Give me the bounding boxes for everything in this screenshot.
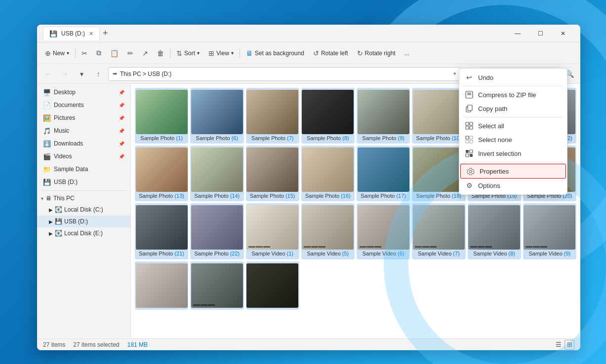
file-item-video-8[interactable]: Sample Video (8) <box>468 203 521 259</box>
file-item-photo-6[interactable]: Sample Photo (6) <box>190 88 243 144</box>
sort-btn[interactable]: ⇅ Sort ▾ <box>172 45 203 61</box>
sidebar-item-videos[interactable]: 🎬 Videos 📌 <box>37 150 130 163</box>
paste-btn[interactable]: 📋 <box>106 45 122 61</box>
file-item-photo-10[interactable]: Sample Photo (10) <box>412 88 465 144</box>
toolbar-sep-2 <box>170 48 170 58</box>
file-thumbnail <box>136 90 188 134</box>
cm-select-none[interactable]: Select none <box>459 133 567 146</box>
tab-close-btn[interactable]: ✕ <box>89 31 93 37</box>
file-item-photo-17[interactable]: Sample Photo (17) <box>357 146 410 201</box>
forward-btn[interactable]: → <box>58 67 72 81</box>
rotate-left-btn[interactable]: ↺ Rotate left <box>309 45 352 61</box>
pin-icon: 📌 <box>119 115 124 121</box>
rotate-right-btn[interactable]: ↻ Rotate right <box>353 45 400 61</box>
sidebar-thispc-section[interactable]: ▾ 🖥 This PC <box>37 193 130 204</box>
cm-options[interactable]: ⚙ Options <box>459 179 567 192</box>
sidebar-item-music[interactable]: 🎵 Music 📌 <box>37 124 130 137</box>
new-tab-btn[interactable]: + <box>100 28 111 38</box>
file-item-photo-1[interactable]: Sample Photo (1) <box>135 88 188 144</box>
file-item-bottom-1[interactable] <box>135 261 188 310</box>
file-thumbnail <box>246 263 298 308</box>
file-item-video-9[interactable]: Sample Video (9) <box>523 203 576 259</box>
sidebar-item-local-e[interactable]: ▶ 💽 Local Disk (E:) <box>37 227 130 239</box>
cut-icon: ✂ <box>81 49 87 57</box>
file-thumbnail <box>246 205 298 250</box>
undo-icon: ↩ <box>465 73 473 81</box>
sidebar-item-usb-d[interactable]: ▶ 💾 USB (D:) <box>37 216 130 227</box>
svg-rect-13 <box>466 150 469 153</box>
sidebar-item-sample-data[interactable]: 📁 Sample Data <box>37 163 130 176</box>
cm-properties[interactable]: Properties <box>460 164 566 179</box>
file-thumbnail <box>302 205 354 250</box>
delete-icon: 🗑 <box>157 49 164 57</box>
delete-btn[interactable]: 🗑 <box>153 45 168 61</box>
copy-btn[interactable]: ⧉ <box>92 45 105 61</box>
rename-icon: ✏ <box>127 49 133 57</box>
sidebar-item-local-c[interactable]: ▶ 💽 Local Disk (C:) <box>37 204 130 216</box>
file-item-photo-18[interactable]: Sample Photo (18) <box>412 146 465 201</box>
cm-compress-zip[interactable]: Compress to ZIP file <box>459 88 567 102</box>
file-thumbnail <box>413 147 465 192</box>
pictures-icon: 🖼️ <box>43 114 51 122</box>
set-bg-btn[interactable]: 🖥 Set as background <box>242 45 308 61</box>
cm-invert-selection[interactable]: Invert selection <box>459 146 567 160</box>
rename-btn[interactable]: ✏ <box>123 45 137 61</box>
list-view-btn[interactable]: ☰ <box>554 340 564 350</box>
sidebar-item-pictures[interactable]: 🖼️ Pictures 📌 <box>37 111 130 124</box>
cm-options-label: Options <box>478 182 500 189</box>
grid-view-btn[interactable]: ⊞ <box>565 340 574 350</box>
new-btn[interactable]: ⊕ New ▾ <box>41 45 73 61</box>
thispc-icon: 🖥 <box>45 195 51 202</box>
file-item-photo-9[interactable]: Sample Photo (9) <box>357 88 410 144</box>
sort-chevron-icon: ▾ <box>197 50 200 56</box>
share-btn[interactable]: ↗ <box>138 45 152 61</box>
file-item-photo-13[interactable]: Sample Photo (13) <box>135 146 188 201</box>
context-menu: ↩ Undo Compress to ZIP file Copy path Se… <box>459 68 567 195</box>
file-thumbnail <box>413 205 465 250</box>
file-item-photo-14[interactable]: Sample Photo (14) <box>190 146 243 201</box>
close-btn[interactable]: ✕ <box>552 26 574 41</box>
active-tab[interactable]: 💾 USB (D:) ✕ <box>43 27 100 40</box>
cm-undo[interactable]: ↩ Undo <box>459 71 567 84</box>
sidebar-item-documents[interactable]: 📄 Documents 📌 <box>37 99 130 111</box>
videos-icon: 🎬 <box>43 152 51 160</box>
file-item-video-7[interactable]: Sample Video (7) <box>412 203 465 259</box>
svg-rect-11 <box>466 140 469 143</box>
sidebar-item-downloads[interactable]: ⬇️ Downloads 📌 <box>37 137 130 150</box>
sidebar-item-desktop[interactable]: 🖥️ Desktop 📌 <box>37 86 130 99</box>
sidebar: 🖥️ Desktop 📌 📄 Documents 📌 🖼️ Pictures 📌… <box>37 84 131 338</box>
cm-select-all[interactable]: Select all <box>459 119 567 133</box>
file-item-bottom-3[interactable] <box>246 261 299 310</box>
file-item-bottom-2[interactable] <box>190 261 243 310</box>
more-btn[interactable]: ... <box>401 45 413 61</box>
minimize-btn[interactable]: — <box>506 26 529 41</box>
cm-sep-2 <box>463 117 563 117</box>
view-btn[interactable]: ⊞ View ▾ <box>204 45 238 61</box>
downloads-icon: ⬇️ <box>43 140 51 147</box>
svg-rect-12 <box>470 140 473 143</box>
select-all-icon <box>465 122 473 130</box>
file-item-photo-21[interactable]: Sample Photo (21) <box>135 203 188 259</box>
back-btn[interactable]: ← <box>41 67 55 81</box>
desktop-icon: 🖥️ <box>43 88 51 96</box>
file-item-photo-16[interactable]: Sample Photo (16) <box>301 146 355 201</box>
cut-btn[interactable]: ✂ <box>78 45 91 61</box>
file-item-photo-8[interactable]: Sample Photo (8) <box>301 88 355 144</box>
address-chevron-icon: ▾ <box>453 71 456 77</box>
file-label: Sample Video (7) <box>418 251 460 257</box>
recent-locations-btn[interactable]: ▾ <box>75 67 88 81</box>
file-item-video-1[interactable]: Sample Video (1) <box>246 203 299 259</box>
address-input[interactable]: ➡ This PC > USB (D:) ▾ <box>108 67 461 81</box>
file-item-video-5[interactable]: Sample Video (5) <box>301 203 355 259</box>
file-item-photo-7[interactable]: Sample Photo (7) <box>246 88 299 144</box>
cm-copy-path[interactable]: Copy path <box>459 102 567 115</box>
file-thumbnail <box>413 90 465 134</box>
file-item-photo-15[interactable]: Sample Photo (15) <box>246 146 299 201</box>
maximize-btn[interactable]: ☐ <box>529 26 552 41</box>
file-item-video-6[interactable]: Sample Video (6) <box>357 203 410 259</box>
file-item-photo-22[interactable]: Sample Photo (22) <box>190 203 243 259</box>
compress-zip-icon <box>465 91 473 99</box>
sidebar-item-usb-quick[interactable]: 💾 USB (D:) <box>37 176 130 188</box>
up-btn[interactable]: ↑ <box>91 67 105 81</box>
file-label: Sample Video (9) <box>528 251 570 257</box>
